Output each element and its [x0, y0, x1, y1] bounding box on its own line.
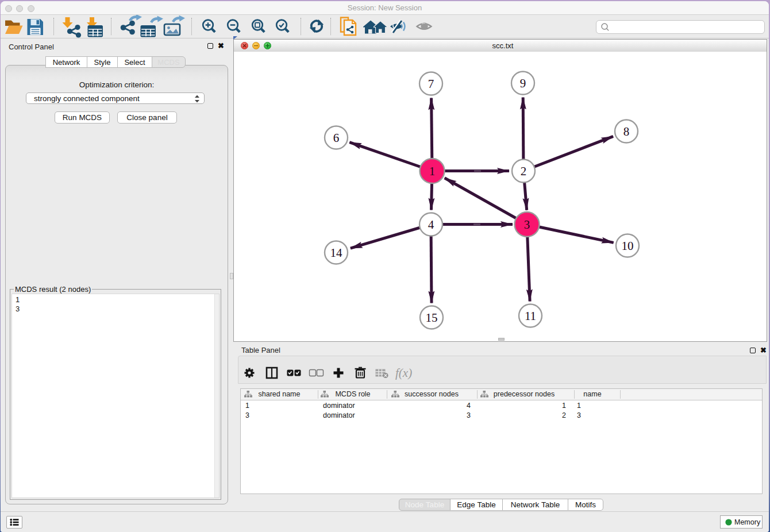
svg-text:10: 10 [622, 239, 634, 253]
svg-text:4: 4 [428, 218, 434, 232]
svg-text:3: 3 [524, 218, 530, 232]
svg-text:14: 14 [330, 246, 343, 260]
svg-text:15: 15 [426, 311, 438, 325]
svg-text:6: 6 [333, 131, 340, 145]
svg-text:f(x): f(x) [395, 366, 412, 380]
svg-text:2: 2 [521, 164, 527, 178]
svg-text:7: 7 [428, 77, 434, 91]
svg-text:11: 11 [525, 309, 536, 323]
svg-text:9: 9 [520, 76, 526, 90]
svg-text:1: 1 [429, 164, 436, 178]
svg-text:8: 8 [623, 125, 630, 138]
